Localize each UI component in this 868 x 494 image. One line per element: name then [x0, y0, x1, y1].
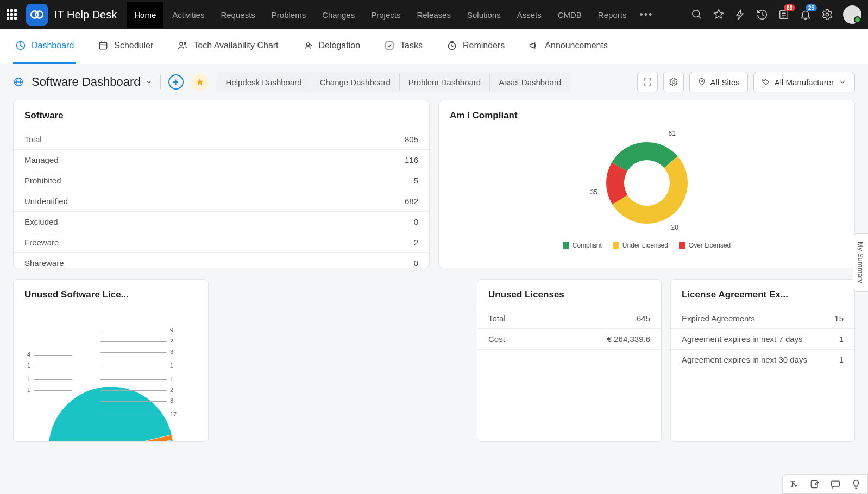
list-row[interactable]: Prohibited5 [14, 170, 429, 191]
bell-icon[interactable]: 25 [800, 9, 812, 21]
list-row[interactable]: Total645 [477, 308, 661, 329]
svg-line-3 [699, 16, 701, 19]
list-row[interactable]: UnIdentified682 [14, 191, 429, 212]
legend-item[interactable]: Compliant [563, 242, 602, 249]
hand-icon [303, 40, 313, 51]
settings-gear-icon[interactable] [821, 9, 833, 21]
list-row[interactable]: Expired Agreements15 [671, 308, 854, 329]
clock-icon [446, 40, 457, 51]
svg-point-15 [184, 42, 186, 44]
app-title: IT Help Desk [54, 9, 117, 21]
dashboard-header: Software Dashboard + Helpdesk DashboardC… [0, 64, 868, 100]
location-pin-icon [697, 78, 706, 86]
edit-note-icon[interactable] [809, 478, 821, 490]
chevron-down-icon [838, 78, 847, 86]
sub-nav: DashboardSchedulerTech Availability Char… [0, 29, 868, 64]
nav-projects[interactable]: Projects [363, 2, 408, 28]
top-bar: IT Help Desk HomeActivitiesRequestsProbl… [0, 0, 868, 29]
list-row[interactable]: Shareware0 [14, 253, 429, 268]
nav-assets[interactable]: Assets [510, 2, 549, 28]
list-row[interactable]: Agreement expires in next 30 days1 [671, 350, 854, 370]
card-title: Unused Software Lice... [14, 280, 208, 308]
language-icon[interactable] [788, 478, 800, 490]
svg-point-24 [763, 80, 764, 81]
chat-icon[interactable] [829, 478, 841, 490]
bolt-icon[interactable] [734, 9, 746, 21]
compliant-card: Am I Compliant 61 35 20 CompliantUnder L… [438, 100, 855, 268]
nav-home[interactable]: Home [127, 2, 163, 28]
app-logo[interactable] [26, 4, 48, 26]
nav-activities[interactable]: Activities [165, 2, 212, 28]
sites-filter[interactable]: All Sites [689, 72, 748, 92]
nav-changes[interactable]: Changes [315, 2, 362, 28]
card-title: License Agreement Ex... [671, 280, 854, 308]
unused-licenses-pie-chart[interactable]: 4111923112317 [14, 308, 208, 438]
subnav-tasks[interactable]: Tasks [382, 29, 425, 64]
chevron-down-icon [145, 78, 153, 86]
checklist-icon[interactable]: 86 [778, 9, 790, 21]
pie-icon [15, 40, 26, 51]
subnav-announcements[interactable]: Announcements [526, 29, 610, 64]
dashboard-title: Software Dashboard [32, 75, 141, 89]
megaphone-icon [529, 40, 539, 51]
svg-point-23 [701, 80, 702, 81]
nav-cmdb[interactable]: CMDB [550, 2, 589, 28]
dashlink-helpdesk-dashboard[interactable]: Helpdesk Dashboard [217, 73, 311, 91]
top-nav-more-icon[interactable]: ••• [634, 1, 658, 29]
list-row[interactable]: Agreement expires in next 7 days1 [671, 329, 854, 350]
list-row[interactable]: Freeware2 [14, 232, 429, 253]
list-row[interactable]: Cost€ 264,339.6 [477, 329, 661, 350]
subnav-tech-availability-chart[interactable]: Tech Availability Chart [175, 29, 280, 64]
fullscreen-button[interactable] [637, 72, 658, 92]
subnav-reminders[interactable]: Reminders [444, 29, 507, 64]
nav-requests[interactable]: Requests [213, 2, 262, 28]
history-icon[interactable] [756, 9, 768, 21]
my-summary-tab[interactable]: My Summary [853, 233, 868, 292]
user-icon [177, 40, 188, 51]
unused-software-licenses-card: Unused Software Lice... 4111923112317 [13, 279, 209, 442]
license-agreement-card: License Agreement Ex... Expired Agreemen… [670, 279, 855, 442]
subnav-dashboard[interactable]: Dashboard [13, 29, 76, 64]
nav-releases[interactable]: Releases [409, 2, 458, 28]
dashlink-asset-dashboard[interactable]: Asset Dashboard [490, 73, 570, 91]
dashlink-change-dashboard[interactable]: Change Dashboard [311, 73, 400, 91]
dashboard-quick-links: Helpdesk DashboardChange DashboardProble… [216, 72, 571, 92]
manufacturer-filter-label: All Manufacturer [775, 78, 834, 87]
nav-problems[interactable]: Problems [264, 2, 313, 28]
dashlink-problem-dashboard[interactable]: Problem Dashboard [400, 73, 490, 91]
legend-item[interactable]: Under Licensed [613, 242, 668, 249]
tag-icon [762, 78, 770, 86]
svg-rect-26 [832, 481, 840, 486]
user-avatar[interactable] [843, 5, 861, 24]
apps-grid-icon[interactable] [7, 9, 17, 20]
svg-point-8 [826, 13, 829, 16]
search-icon[interactable] [691, 9, 703, 21]
list-row[interactable]: Managed116 [14, 150, 429, 170]
list-row[interactable]: Total805 [14, 129, 429, 150]
pin-icon[interactable] [713, 9, 725, 21]
compliant-donut-chart[interactable]: 61 35 20 [598, 134, 696, 232]
list-row[interactable]: Excluded0 [14, 212, 429, 232]
svg-point-2 [693, 10, 700, 17]
calendar-icon [98, 40, 109, 51]
subnav-delegation[interactable]: Delegation [300, 29, 363, 64]
software-card: Software Total805Managed116Prohibited5Un… [13, 100, 430, 268]
dashboard-title-dropdown[interactable]: Software Dashboard [32, 75, 153, 89]
dashboard-settings-button[interactable] [663, 72, 684, 92]
footer-toolbar [782, 474, 868, 494]
nav-reports[interactable]: Reports [590, 2, 634, 28]
svg-point-22 [672, 81, 675, 84]
svg-point-14 [180, 42, 183, 45]
add-dashboard-button[interactable]: + [168, 74, 184, 90]
nav-solutions[interactable]: Solutions [460, 2, 508, 28]
svg-rect-10 [100, 42, 107, 49]
card-title: Am I Compliant [439, 100, 854, 129]
subnav-scheduler[interactable]: Scheduler [96, 29, 155, 64]
lightbulb-icon[interactable] [850, 478, 862, 490]
globe-icon [13, 77, 24, 87]
favorite-star-button[interactable] [191, 73, 209, 91]
legend-item[interactable]: Over Licensed [679, 242, 731, 249]
compliant-legend: CompliantUnder LicensedOver Licensed [563, 242, 731, 249]
svg-rect-17 [386, 42, 393, 49]
manufacturer-filter[interactable]: All Manufacturer [753, 72, 855, 92]
